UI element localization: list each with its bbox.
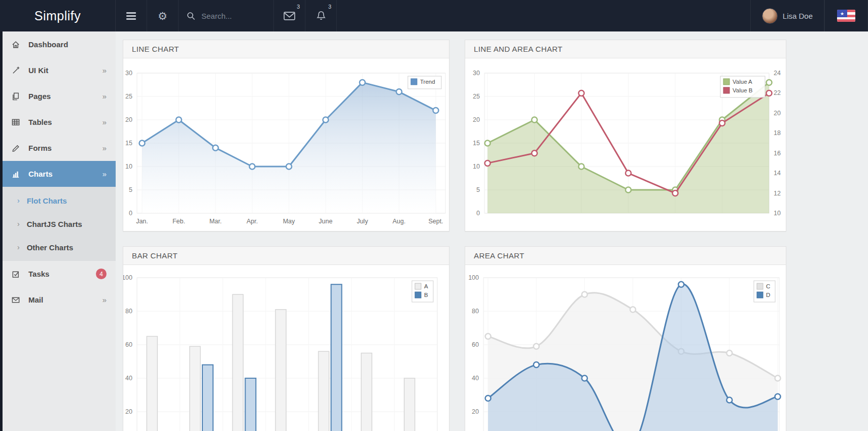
svg-text:Trend: Trend	[420, 79, 435, 85]
flot-line-chart-canvas[interactable]: 051015202530Jan.Feb.Mar.Apr.MayJuneJulyA…	[123, 58, 449, 231]
app-logo-text: Simplify	[34, 9, 81, 23]
svg-text:22: 22	[774, 89, 781, 96]
envelope-icon	[11, 295, 28, 305]
svg-text:20: 20	[473, 116, 480, 123]
search-input[interactable]	[200, 11, 266, 21]
svg-text:80: 80	[472, 308, 479, 315]
submenu-item-label: Other Charts	[27, 243, 74, 252]
svg-text:40: 40	[125, 375, 132, 382]
svg-text:Apr.: Apr.	[247, 218, 258, 225]
pages-icon	[11, 92, 28, 101]
panel-area-chart: AREA CHART 100806040200CD	[465, 246, 786, 431]
main-content: LINE CHART 051015202530Jan.Feb.Mar.Apr.M…	[116, 31, 868, 431]
svg-text:May: May	[283, 218, 295, 225]
envelope-icon	[284, 12, 295, 20]
avatar	[762, 8, 778, 24]
settings-button[interactable]: ⚙	[147, 0, 179, 31]
svg-text:80: 80	[125, 308, 132, 315]
svg-text:20: 20	[774, 110, 781, 117]
svg-text:100: 100	[123, 274, 132, 281]
charts-submenu: › Flot Charts › ChartJS Charts › Other C…	[3, 187, 116, 261]
submenu-item-label: Flot Charts	[27, 196, 67, 205]
user-name: Lisa Doe	[783, 12, 813, 20]
gear-icon: ⚙	[158, 11, 167, 21]
language-selector[interactable]: ★	[824, 0, 868, 31]
chevron-double-icon: »	[102, 66, 107, 75]
panel-line-and-area-chart: LINE AND AREA CHART 05101520253010121416…	[465, 40, 786, 231]
chevron-double-icon: »	[102, 170, 107, 178]
navbar-spacer	[337, 0, 750, 31]
svg-text:25: 25	[125, 93, 132, 100]
svg-text:20: 20	[472, 408, 479, 415]
svg-text:25: 25	[473, 93, 480, 100]
svg-text:10: 10	[774, 210, 781, 217]
us-flag-icon: ★	[837, 10, 855, 22]
bar-chart-icon	[11, 170, 28, 179]
user-menu[interactable]: Lisa Doe	[750, 0, 824, 31]
svg-text:30: 30	[473, 70, 480, 77]
sidebar-item-label: UI Kit	[28, 66, 102, 75]
svg-text:B: B	[424, 292, 428, 298]
panel-line-chart: LINE CHART 051015202530Jan.Feb.Mar.Apr.M…	[123, 40, 449, 231]
svg-text:10: 10	[125, 163, 132, 170]
panel-title: AREA CHART	[474, 251, 525, 260]
chevron-double-icon: »	[102, 295, 107, 304]
svg-text:Sept.: Sept.	[428, 218, 443, 225]
sidebar-item-forms[interactable]: Forms »	[3, 135, 116, 161]
submenu-item-other-charts[interactable]: › Other Charts	[3, 236, 116, 259]
tasks-count-badge: 4	[96, 269, 107, 279]
svg-text:20: 20	[125, 116, 132, 123]
sidebar-toggle-button[interactable]	[116, 0, 147, 31]
sidebar-item-label: Dashboard	[28, 40, 107, 49]
svg-text:Value B: Value B	[733, 87, 753, 93]
chevron-right-icon: ›	[17, 196, 20, 205]
chevron-right-icon: ›	[17, 220, 20, 228]
sidebar-item-label: Pages	[28, 92, 102, 101]
sidebar-item-tasks[interactable]: Tasks 4	[3, 261, 116, 287]
svg-text:Aug.: Aug.	[393, 218, 406, 225]
chevron-double-icon: »	[102, 92, 107, 101]
flot-line-area-chart-canvas[interactable]: 0510152025301012141618202224Value AValue…	[465, 58, 786, 231]
chevron-right-icon: ›	[17, 243, 20, 251]
submenu-item-flot-charts[interactable]: › Flot Charts	[3, 189, 116, 212]
svg-text:July: July	[357, 218, 368, 225]
sidebar-item-tables[interactable]: Tables »	[3, 109, 116, 135]
svg-text:14: 14	[774, 170, 781, 177]
panel-title: LINE CHART	[132, 45, 179, 53]
sidebar-item-dashboard[interactable]: Dashboard	[3, 31, 116, 57]
svg-text:40: 40	[472, 375, 479, 382]
flot-bar-chart-canvas[interactable]: 100806040200AB	[123, 265, 449, 431]
search-box[interactable]	[179, 0, 274, 31]
bell-icon	[316, 10, 327, 21]
svg-text:30: 30	[125, 70, 132, 77]
svg-text:D: D	[766, 292, 770, 298]
panel-header: LINE AND AREA CHART	[465, 40, 786, 58]
top-navbar: Simplify ⚙ 3 3 Lisa Doe ★	[0, 0, 868, 31]
panel-bar-chart: BAR CHART 100806040200AB	[123, 246, 449, 431]
messages-button[interactable]: 3	[274, 0, 305, 31]
sidebar-item-label: Tasks	[28, 270, 96, 278]
panel-title: BAR CHART	[132, 251, 178, 260]
sidebar-item-label: Tables	[28, 118, 102, 126]
submenu-item-chartjs-charts[interactable]: › ChartJS Charts	[3, 212, 116, 236]
sidebar-item-mail[interactable]: Mail »	[3, 287, 116, 313]
sidebar-item-ui-kit[interactable]: UI Kit »	[3, 57, 116, 83]
svg-text:60: 60	[472, 341, 479, 348]
sidebar-item-label: Mail	[28, 295, 102, 304]
flot-area-chart-canvas[interactable]: 100806040200CD	[465, 265, 786, 431]
svg-text:100: 100	[468, 274, 479, 281]
home-icon	[11, 40, 28, 49]
panel-header: BAR CHART	[123, 247, 449, 265]
svg-text:24: 24	[774, 70, 781, 77]
svg-text:18: 18	[774, 129, 781, 137]
svg-text:0: 0	[129, 210, 132, 217]
app-logo[interactable]: Simplify	[0, 0, 116, 31]
sidebar-item-label: Charts	[28, 170, 102, 178]
svg-text:June: June	[319, 218, 332, 225]
sidebar-item-charts[interactable]: Charts »	[3, 161, 116, 187]
svg-text:15: 15	[125, 140, 132, 147]
sidebar: Dashboard UI Kit » Pages » Tables » Form…	[3, 31, 116, 431]
checkbox-icon	[11, 270, 28, 279]
sidebar-item-pages[interactable]: Pages »	[3, 83, 116, 109]
notifications-button[interactable]: 3	[305, 0, 337, 31]
